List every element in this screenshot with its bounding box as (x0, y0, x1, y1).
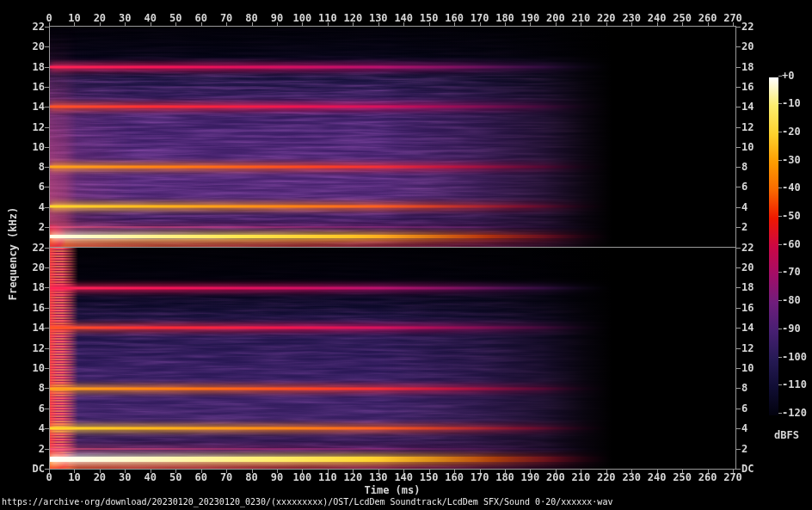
freq-tick-mark-right (736, 267, 741, 268)
freq-tick-label-left: 6 (12, 402, 45, 414)
freq-tick-label-right: 18 (741, 60, 754, 72)
freq-tick-label-right: 6 (741, 402, 747, 414)
time-tick-label-top: 100 (293, 12, 312, 24)
freq-tick-label-right: 12 (741, 120, 754, 132)
freq-tick-label-left: 20 (12, 40, 45, 52)
freq-tick-mark-right (736, 328, 741, 329)
time-tick-label-top: 0 (46, 12, 52, 24)
colorbar-tick-label: -70 (782, 266, 801, 278)
freq-tick-mark-left (45, 409, 49, 409)
freq-tick-mark-left (45, 46, 49, 47)
signal-end-fade (50, 248, 735, 469)
time-tick-label-top: 150 (420, 12, 439, 24)
freq-tick-mark-left (45, 248, 49, 249)
freq-tick-label-left: 14 (12, 101, 45, 113)
time-tick-label-top: 240 (648, 12, 667, 24)
axis-line-bottom (49, 469, 736, 470)
spectrogram-channel-2 (50, 248, 735, 469)
dbfs-colorbar (769, 77, 778, 415)
freq-tick-label-right: 20 (741, 261, 754, 273)
time-tick-label-bottom: 100 (293, 471, 312, 483)
freq-tick-label-right: 4 (741, 200, 747, 212)
time-tick-label-top: 250 (673, 12, 692, 24)
freq-tick-label-right: 6 (741, 181, 747, 193)
colorbar-tick-label: -50 (782, 210, 801, 222)
colorbar-tick-label: -40 (782, 181, 801, 194)
freq-tick-mark-right (736, 227, 741, 228)
freq-tick-mark-right (736, 107, 741, 108)
freq-tick-mark-right (736, 428, 741, 429)
freq-tick-mark-right (736, 127, 741, 128)
freq-tick-label-right: 4 (741, 422, 747, 434)
freq-tick-mark-left (45, 107, 49, 108)
time-tick-label-bottom: 260 (698, 471, 717, 483)
time-axis-title: Time (ms) (364, 484, 420, 496)
freq-tick-label-left: 22 (12, 21, 45, 33)
freq-tick-label-left: 16 (12, 301, 45, 313)
freq-tick-mark-left (45, 67, 49, 68)
freq-tick-label-left: 2 (12, 221, 45, 233)
freq-tick-label-right: 2 (741, 442, 747, 454)
freq-tick-mark-right (736, 167, 741, 168)
time-tick-label-top: 200 (546, 12, 565, 24)
time-tick-label-top: 40 (145, 12, 157, 24)
freq-tick-label-left: DC (12, 463, 45, 475)
freq-tick-mark-right (736, 147, 741, 148)
colorbar-tick-label: -10 (782, 97, 801, 109)
time-tick-label-bottom: 190 (521, 471, 540, 483)
freq-tick-label-right: 22 (741, 241, 754, 253)
time-tick-label-bottom: 110 (318, 471, 337, 483)
freq-tick-label-right: 18 (741, 281, 754, 293)
time-tick-label-top: 140 (394, 12, 413, 24)
freq-tick-label-right: 10 (741, 362, 754, 374)
time-tick-label-top: 260 (698, 12, 717, 24)
freq-tick-label-left: 12 (12, 341, 45, 353)
time-tick-label-top: 270 (723, 12, 742, 24)
time-tick-label-bottom: 20 (94, 471, 106, 483)
time-tick-label-bottom: 50 (169, 471, 181, 483)
freq-tick-label-left: 8 (12, 382, 45, 394)
time-tick-label-top: 210 (571, 12, 590, 24)
freq-tick-label-left: 10 (12, 362, 45, 374)
time-tick-label-bottom: 150 (420, 471, 439, 483)
spectrogram-channel-1 (50, 27, 735, 247)
time-tick-label-bottom: 40 (145, 471, 157, 483)
time-tick-label-bottom: 90 (271, 471, 283, 483)
freq-tick-mark-right (736, 27, 741, 28)
freq-tick-mark-left (45, 469, 49, 470)
time-tick-label-bottom: 180 (495, 471, 514, 483)
time-tick-label-top: 10 (68, 12, 80, 24)
freq-tick-label-right: 8 (741, 161, 747, 173)
freq-tick-mark-left (45, 267, 49, 268)
time-tick-label-top: 30 (119, 12, 131, 24)
time-tick-label-bottom: 130 (369, 471, 388, 483)
freq-tick-label-left: 20 (12, 261, 45, 273)
time-tick-label-bottom: 30 (119, 471, 131, 483)
time-tick-label-top: 110 (318, 12, 337, 24)
time-tick-label-top: 50 (169, 12, 181, 24)
freq-tick-label-left: 2 (12, 442, 45, 454)
freq-tick-mark-right (736, 449, 741, 450)
time-tick-label-bottom: 120 (343, 471, 362, 483)
freq-tick-label-right: 12 (741, 341, 754, 353)
freq-tick-label-right: 8 (741, 382, 747, 394)
signal-end-fade (50, 27, 735, 247)
time-tick-label-top: 90 (271, 12, 283, 24)
time-tick-label-bottom: 210 (571, 471, 590, 483)
time-tick-label-bottom: 10 (68, 471, 80, 483)
time-tick-label-bottom: 70 (220, 471, 232, 483)
time-tick-label-bottom: 230 (622, 471, 641, 483)
freq-tick-mark-right (736, 207, 741, 208)
freq-tick-mark-right (736, 287, 741, 288)
freq-tick-mark-left (45, 207, 49, 208)
time-tick-label-top: 20 (94, 12, 106, 24)
time-tick-label-top: 220 (597, 12, 616, 24)
colorbar-tick-label: +0 (782, 69, 794, 81)
freq-tick-label-right: 2 (741, 221, 747, 233)
time-tick-label-top: 80 (245, 12, 257, 24)
time-tick-label-bottom: 160 (445, 471, 464, 483)
freq-tick-mark-left (45, 187, 49, 187)
colorbar-unit-label: dBFS (774, 429, 799, 441)
colorbar-tick-label: -90 (782, 323, 801, 335)
freq-tick-mark-left (45, 147, 49, 148)
